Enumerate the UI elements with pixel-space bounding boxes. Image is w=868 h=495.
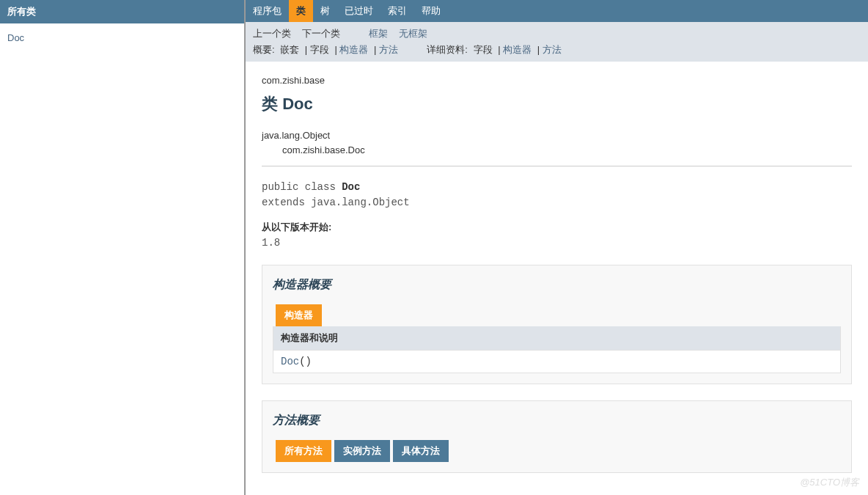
- constructor-table: 构造器和说明 Doc(): [273, 326, 841, 373]
- tab-instance-methods[interactable]: 实例方法: [334, 440, 390, 462]
- since-value: 1.8: [262, 237, 852, 249]
- constructor-col: 构造器和说明: [273, 326, 840, 351]
- summary-nested: 嵌套: [280, 44, 299, 55]
- inherit-l2: com.zishi.base.Doc: [262, 143, 852, 158]
- class-title: 类 Doc: [262, 93, 852, 115]
- constructor-row: Doc(): [273, 351, 840, 373]
- sub-nav: 上一个类 下一个类 框架 无框架 概要: 嵌套 | 字段 | 构造器 | 方法 …: [246, 22, 868, 62]
- content: com.zishi.base 类 Doc java.lang.Object co…: [246, 62, 868, 495]
- method-summary: 方法概要 所有方法 实例方法 具体方法: [262, 400, 852, 473]
- nav-index[interactable]: 索引: [380, 0, 414, 22]
- frames-link[interactable]: 框架: [369, 28, 388, 39]
- detail-label: 详细资料:: [427, 44, 470, 55]
- left-frame: 所有类 Doc: [0, 0, 246, 495]
- summary-constr[interactable]: 构造器: [339, 44, 368, 55]
- constructor-heading: 构造器概要: [273, 277, 841, 293]
- summary-label: 概要:: [253, 44, 277, 55]
- constructor-link[interactable]: Doc: [281, 356, 299, 367]
- summary-method[interactable]: 方法: [379, 44, 398, 55]
- detail-field: 字段: [474, 44, 493, 55]
- package-name: com.zishi.base: [262, 75, 852, 86]
- divider: [262, 166, 852, 166]
- nav-tree[interactable]: 树: [313, 0, 337, 22]
- inherit-l1: java.lang.Object: [262, 128, 852, 143]
- top-nav: 程序包 类 树 已过时 索引 帮助: [246, 0, 868, 22]
- method-heading: 方法概要: [273, 413, 841, 428]
- summary-field: 字段: [310, 44, 329, 55]
- constructor-tab[interactable]: 构造器: [276, 304, 322, 326]
- constructor-summary: 构造器概要 构造器 构造器和说明 Doc(): [262, 265, 852, 384]
- prev-class: 上一个类: [253, 28, 291, 39]
- class-signature: public class Doc extends java.lang.Objec…: [262, 180, 852, 210]
- noframes-link[interactable]: 无框架: [399, 28, 427, 39]
- since-label: 从以下版本开始:: [262, 221, 852, 234]
- nav-package[interactable]: 程序包: [246, 0, 289, 22]
- right-frame: 程序包 类 树 已过时 索引 帮助 上一个类 下一个类 框架 无框架 概要: 嵌…: [246, 0, 868, 495]
- nav-help[interactable]: 帮助: [414, 0, 448, 22]
- next-class: 下一个类: [302, 28, 340, 39]
- inheritance-tree: java.lang.Object com.zishi.base.Doc: [262, 128, 852, 157]
- detail-method[interactable]: 方法: [542, 44, 562, 55]
- tab-concrete-methods[interactable]: 具体方法: [393, 440, 449, 462]
- all-classes-heading: 所有类: [0, 0, 244, 23]
- nav-deprecated[interactable]: 已过时: [337, 0, 380, 22]
- detail-constr[interactable]: 构造器: [503, 44, 532, 55]
- nav-class[interactable]: 类: [289, 0, 313, 22]
- class-link-doc[interactable]: Doc: [7, 32, 24, 43]
- tab-all-methods[interactable]: 所有方法: [276, 440, 331, 462]
